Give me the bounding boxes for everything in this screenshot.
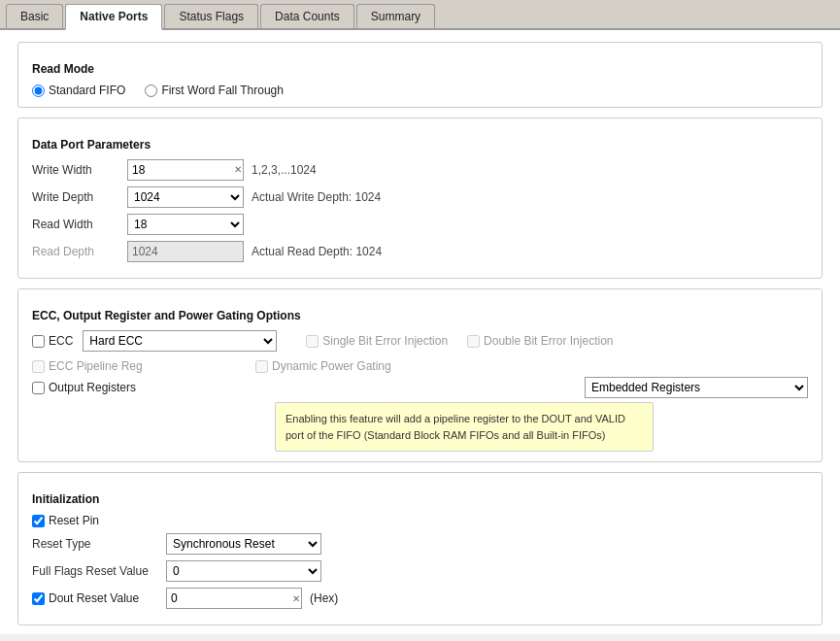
- write-depth-hint: Actual Write Depth: 1024: [252, 190, 381, 204]
- ecc-right-checkboxes: Single Bit Error Injection Double Bit Er…: [306, 334, 613, 348]
- radio-first-word-input[interactable]: [145, 84, 157, 97]
- double-bit-error-text: Double Bit Error Injection: [484, 334, 613, 348]
- dynamic-power-gating-label: Dynamic Power Gating: [255, 359, 391, 373]
- ecc-header: ECC, Output Register and Power Gating Op…: [32, 309, 808, 322]
- radio-standard-fifo[interactable]: Standard FIFO: [32, 84, 125, 97]
- reset-type-select[interactable]: Synchronous Reset Asynchronous Reset: [166, 533, 321, 555]
- full-flags-reset-row: Full Flags Reset Value 0 1: [32, 560, 808, 582]
- data-port-header: Data Port Parameters: [32, 138, 808, 152]
- ecc-pipeline-row: ECC Pipeline Reg Dynamic Power Gating: [32, 359, 808, 373]
- dout-reset-clear-btn[interactable]: ✕: [292, 593, 300, 604]
- radio-standard-fifo-label: Standard FIFO: [49, 84, 125, 97]
- ecc-pipeline-text: ECC Pipeline Reg: [49, 359, 143, 373]
- full-flags-reset-select[interactable]: 0 1: [166, 560, 321, 582]
- tab-summary[interactable]: Summary: [356, 4, 435, 28]
- write-width-clear-btn[interactable]: ✕: [234, 165, 242, 175]
- write-width-input[interactable]: [127, 159, 244, 181]
- dout-reset-input-wrapper: ✕: [166, 588, 302, 609]
- dout-reset-row: Dout Reset Value ✕ (Hex): [32, 588, 808, 609]
- read-width-label: Read Width: [32, 218, 119, 231]
- tab-bar: Basic Native Ports Status Flags Data Cou…: [0, 0, 840, 30]
- ecc-checkbox-text: ECC: [49, 334, 73, 348]
- double-bit-error-checkbox: [467, 335, 480, 348]
- tab-native-ports[interactable]: Native Ports: [65, 4, 162, 30]
- double-bit-error-label: Double Bit Error Injection: [467, 334, 613, 348]
- single-bit-error-label: Single Bit Error Injection: [306, 334, 448, 348]
- read-depth-hint: Actual Read Depth: 1024: [252, 245, 382, 258]
- full-flags-reset-label: Full Flags Reset Value: [32, 564, 158, 578]
- read-depth-label: Read Depth: [32, 245, 119, 258]
- write-depth-label: Write Depth: [32, 190, 119, 204]
- output-reg-select[interactable]: Embedded Registers Fabric Registers No R…: [585, 377, 808, 398]
- dout-reset-input[interactable]: [166, 588, 302, 609]
- tab-basic[interactable]: Basic: [6, 4, 63, 28]
- reset-pin-text: Reset Pin: [49, 514, 99, 527]
- write-width-label: Write Width: [32, 163, 119, 177]
- single-bit-error-text: Single Bit Error Injection: [322, 334, 448, 348]
- output-reg-label[interactable]: Output Registers: [32, 381, 136, 394]
- tab-status-flags[interactable]: Status Flags: [164, 4, 258, 28]
- output-reg-text: Output Registers: [49, 381, 136, 394]
- output-reg-tooltip: Enabling this feature will add a pipelin…: [275, 402, 654, 452]
- main-content: Read Mode Standard FIFO First Word Fall …: [0, 30, 840, 634]
- write-width-hint: 1,2,3,...1024: [252, 163, 317, 177]
- reset-type-label: Reset Type: [32, 537, 158, 551]
- radio-standard-fifo-input[interactable]: [32, 84, 45, 97]
- ecc-pipeline-label: ECC Pipeline Reg: [32, 359, 226, 373]
- tab-data-counts[interactable]: Data Counts: [260, 4, 354, 28]
- read-mode-section: Read Mode Standard FIFO First Word Fall …: [17, 42, 823, 108]
- write-depth-select[interactable]: 1024: [127, 186, 244, 208]
- dout-reset-checkbox[interactable]: [32, 592, 45, 605]
- single-bit-error-checkbox: [306, 335, 319, 348]
- data-port-section: Data Port Parameters Write Width ✕ 1,2,3…: [17, 118, 823, 279]
- ecc-checkbox[interactable]: [32, 335, 45, 348]
- read-mode-radio-group: Standard FIFO First Word Fall Through: [32, 84, 808, 97]
- write-depth-row: Write Depth 1024 Actual Write Depth: 102…: [32, 186, 808, 208]
- radio-first-word-label: First Word Fall Through: [161, 84, 284, 97]
- dout-reset-label[interactable]: Dout Reset Value: [32, 591, 158, 605]
- dynamic-power-gating-checkbox: [255, 360, 268, 373]
- ecc-checkbox-label[interactable]: ECC: [32, 334, 73, 348]
- read-depth-input: [127, 241, 244, 262]
- read-depth-row: Read Depth Actual Read Depth: 1024: [32, 241, 808, 262]
- ecc-type-select[interactable]: Hard ECC Soft ECC No ECC: [83, 330, 277, 352]
- output-reg-checkbox[interactable]: [32, 382, 45, 394]
- reset-pin-checkbox[interactable]: [32, 515, 45, 527]
- initialization-header: Initialization: [32, 492, 808, 506]
- reset-pin-label[interactable]: Reset Pin: [32, 514, 99, 527]
- read-width-row: Read Width 18: [32, 214, 808, 235]
- dout-reset-hex-label: (Hex): [310, 591, 338, 605]
- dynamic-power-gating-text: Dynamic Power Gating: [272, 359, 391, 373]
- dout-reset-text: Dout Reset Value: [49, 591, 139, 605]
- output-reg-row: Output Registers Embedded Registers Fabr…: [32, 377, 808, 398]
- write-width-input-wrapper: ✕: [127, 159, 244, 181]
- ecc-pipeline-checkbox: [32, 360, 45, 373]
- reset-type-row: Reset Type Synchronous Reset Asynchronou…: [32, 533, 808, 555]
- radio-first-word[interactable]: First Word Fall Through: [145, 84, 284, 97]
- read-width-select[interactable]: 18: [127, 214, 244, 235]
- read-mode-header: Read Mode: [32, 62, 808, 76]
- reset-pin-row: Reset Pin: [32, 514, 808, 527]
- ecc-row1: ECC Hard ECC Soft ECC No ECC Single Bit …: [32, 330, 808, 352]
- ecc-section: ECC, Output Register and Power Gating Op…: [17, 288, 823, 462]
- write-width-row: Write Width ✕ 1,2,3,...1024: [32, 159, 808, 181]
- initialization-section: Initialization Reset Pin Reset Type Sync…: [17, 472, 823, 625]
